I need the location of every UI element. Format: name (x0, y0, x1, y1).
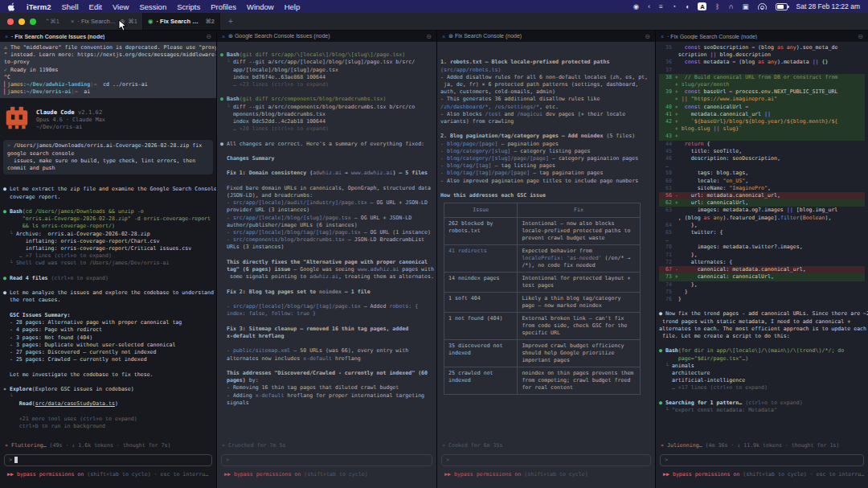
table-cell: Likely a thin blog tag/category page — n… (518, 293, 640, 313)
terminal-line: auth, customers, cold-emails, admin) (440, 88, 652, 96)
menu-item-profiles[interactable]: Profiles (211, 2, 236, 11)
terminal-line: google search console (7, 150, 209, 158)
terminal-pane-1[interactable]: ×· Fix Search Console Issues (node)⊖⚠ Th… (0, 31, 216, 488)
pane-header: ×⊛ Fix Search Console (node)⊖ (437, 31, 655, 42)
terminal-input[interactable]: > (221, 454, 432, 466)
terminal-line (220, 318, 433, 326)
apple-logo-icon[interactable] (8, 2, 16, 11)
wifi-icon[interactable] (758, 3, 767, 10)
terminal-line: +21 more tool uses (ctrl+o to expand) (3, 416, 213, 423)
terminal-line: ✓ Ready in 1190ms (4, 67, 212, 74)
new-tab-button[interactable]: + (220, 13, 241, 30)
tab-2[interactable]: ◉· Fix Search Consol…⌘2 (143, 13, 220, 30)
terminal-line: 43 + (659, 133, 865, 140)
terminal-line (220, 133, 433, 140)
ime-icon[interactable]: A (698, 2, 706, 10)
terminal-pane-4[interactable]: ×· Fix Google Search Console (node)⊖ 35 … (655, 31, 868, 488)
close-window-button[interactable] (7, 18, 14, 25)
claude-code-banner-text: Claude Code v2.1.62Opus 4.6 · Claude Max… (36, 109, 105, 132)
terminal-line (220, 178, 433, 185)
record-icon[interactable]: ◉ (633, 2, 639, 10)
table-cell: 25 crawled not indexed (444, 367, 518, 395)
terminal-line: - Adding x-default hreflang for proper i… (220, 392, 433, 400)
menu-bar-status: ◉‹≡◔◖Aᛒ∩▣ Sat 28 Feb 12:22 am (633, 2, 860, 10)
pane-close-button[interactable]: × (5, 34, 8, 39)
zoom-window-button[interactable] (30, 18, 36, 25)
table-row: 262 blocked by robots.txtIntentional — n… (444, 218, 641, 245)
menu-item-edit[interactable]: Edit (89, 2, 102, 11)
terminal-line: - blog/page/[page] — pagination pages (440, 141, 652, 148)
terminal-pane-3[interactable]: ×⊛ Fix Search Console (node)⊖ 1. robots.… (436, 31, 655, 488)
terminal-line: 74 }, (659, 281, 865, 289)
headphones-icon[interactable]: ∩ (728, 2, 733, 10)
pane-close-button[interactable]: × (442, 34, 445, 39)
bluetooth-icon[interactable]: ᛒ (715, 2, 719, 10)
pane-collapse-button[interactable]: ⊖ (858, 33, 863, 40)
terminal-line: scription || blog.description (659, 51, 865, 59)
menu-item-session[interactable]: Session (139, 2, 166, 11)
table-cell: 262 blocked by robots.txt (444, 218, 518, 245)
pane-collapse-button[interactable]: ⊖ (645, 33, 650, 40)
status-spinner-line: ∗ Cooked for 6m 35s (442, 442, 650, 449)
terminal-line (220, 44, 433, 51)
terminal-line: 56 - url: metadata.canonical_url, (659, 192, 865, 199)
terminal-line: 46 description: seoDescription, (659, 155, 865, 162)
terminal-line: pages) by: (220, 377, 433, 384)
pane-content: ⚠ The "middleware" file convention is de… (0, 42, 216, 488)
pane-close-button[interactable]: × (661, 34, 664, 39)
chevron-left-icon[interactable]: ‹ (648, 2, 650, 10)
pane-close-button[interactable]: × (222, 34, 225, 39)
terminal-input[interactable]: > (441, 454, 651, 466)
terminal-line: - public/sitemap.xml — 50 URLs (was 66),… (220, 347, 433, 355)
terminal-line: author/publisher/image URLs (6 instances… (220, 222, 433, 229)
terminal-line: … +17 lines (ctrl+o to expand) (659, 384, 865, 392)
menu-item-shell[interactable]: Shell (61, 2, 78, 11)
menu-item-view[interactable]: View (113, 2, 129, 11)
pane-collapse-button[interactable]: ⊖ (426, 33, 432, 40)
terminal-line: Fix 3: Sitemap cleanup — removed 16 thin… (220, 326, 433, 333)
status-icons: ◉‹≡◔◖Aᛒ∩▣ (633, 2, 749, 10)
table-row: 25 crawled not indexednoindex on thin pa… (444, 367, 641, 395)
menu-item-window[interactable]: Window (247, 2, 274, 11)
pane-title: · Fix Search Console Issues (node) (11, 34, 104, 39)
input-prompt-char: > (665, 457, 668, 463)
table-header-issue: Issue (444, 203, 518, 218)
terminal-line: to-proxy (4, 59, 212, 66)
terminal-line: … (659, 236, 865, 244)
terminal-line: └ diff --git a/src/app/[locale]/blog/[sl… (220, 59, 433, 66)
terminal-input[interactable]: > (660, 454, 864, 466)
terminal-line: ● Bash(cd /Users/james/Downloads && unzi… (3, 208, 213, 215)
terminal-line (220, 363, 433, 370)
play-circle-icon[interactable]: ◔ (672, 2, 676, 10)
chat-icon[interactable]: ◖ (685, 2, 689, 10)
terminal-line: + || "https://www.imaginepro.ai" (659, 96, 865, 103)
table-cell: Intentional for protected layout + test … (518, 273, 640, 293)
terminal-line (440, 185, 652, 192)
status-spinner-line: ∗ Fluttering… (49s · ↓ 1.6k tokens · tho… (5, 442, 211, 449)
terminal-line (3, 282, 213, 289)
menu-bar-clock[interactable]: Sat 28 Feb 12:22 am (796, 2, 860, 10)
claude-code-logo-icon (5, 106, 29, 130)
terminal-line (3, 268, 213, 275)
menu-item-help[interactable]: Help (285, 2, 301, 11)
pane-bottom: ∗ Crunched for 7m 5s>▶▶ bypass permissio… (220, 439, 433, 478)
terminal-line: … +20 lines (ctrl+o to expand) (220, 125, 433, 133)
battery-icon[interactable] (776, 3, 788, 10)
terminal-line: /zh/dashboard/*, /es/settings/*, etc. (440, 104, 652, 111)
tab-1[interactable]: ×· Fix Search Con…⊛⌘1 (66, 13, 143, 30)
terminal-pane-2[interactable]: ×⊛ Google Search Console Issues (node)⊖ … (216, 31, 436, 488)
menu-item-iterm2[interactable]: iTerm2 (27, 2, 51, 11)
menu-item-scripts[interactable]: Scripts (177, 2, 200, 11)
stage-manager-icon[interactable]: ▣ (743, 2, 749, 10)
tab-strip: ×· Fix Search Con…⊛⌘1◉· Fix Search Conso… (66, 13, 220, 30)
scrollback-section: ⚠ The "middleware" file convention is de… (0, 42, 216, 98)
terminal-line: tag" (6 pages) issue — Google was seeing… (220, 266, 433, 273)
menu-lines-icon[interactable]: ≡ (659, 2, 663, 10)
terminal-line: 2. Blog pagination/tag/category pages — … (440, 133, 652, 140)
terminal-line: └ Shell cwd was reset to /Users/james/De… (3, 260, 213, 267)
terminal-line: 44 return { (659, 141, 865, 148)
tab-close-icon[interactable]: × (71, 18, 74, 25)
minimize-window-button[interactable] (18, 18, 25, 25)
pane-collapse-button[interactable]: ⊖ (206, 33, 211, 40)
terminal-input[interactable]: > (4, 454, 212, 466)
